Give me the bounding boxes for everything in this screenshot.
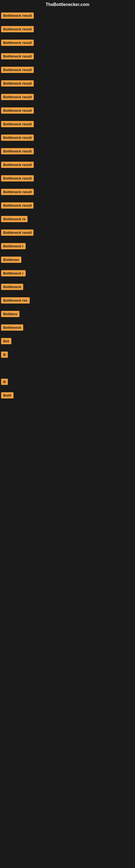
site-title: TheBottlenecker.com [0,0,135,9]
list-item[interactable]: Bottleneck result [0,226,135,239]
list-item[interactable] [0,429,135,443]
list-item[interactable] [0,361,135,375]
bottleneck-badge: Bottleneck result [1,162,34,168]
list-item[interactable] [0,402,135,415]
bottleneck-badge: Bottleneck result [1,53,34,59]
bottleneck-badge: Bottleneck res [1,297,30,304]
list-item[interactable]: Bottleneck result [0,90,135,104]
list-item[interactable]: Bottleneck result [0,36,135,50]
bottleneck-badge: Bottleneck result [1,26,34,32]
list-item[interactable]: Bottleneck result [0,158,135,172]
list-item[interactable]: Bottleneck result [0,22,135,36]
bottleneck-badge: Bottleneck result [1,148,34,154]
list-item[interactable]: Bottleneck r [0,239,135,253]
bottleneck-badge: Bottleneck r [1,270,26,276]
bottleneck-badge: Bottleneck result [1,189,34,195]
bottleneck-badge: Bottleneck re [1,216,28,222]
bottleneck-badge: B [1,379,8,385]
list-item[interactable] [0,470,135,484]
bottleneck-badge: Bottleneck [1,324,23,331]
list-item[interactable]: Bottleneck result [0,131,135,144]
list-item[interactable] [0,443,135,456]
bottleneck-badge: B [1,351,8,358]
bottleneck-badge: Bottleneck result [1,107,34,114]
list-item[interactable]: Bottlenec [0,253,135,267]
list-item[interactable]: Bottleneck re [0,212,135,226]
bottleneck-badge: Bottl [1,392,13,399]
list-item[interactable] [0,484,135,497]
list-item[interactable]: Bottleneck res [0,293,135,307]
list-item[interactable]: Bottleneck result [0,50,135,63]
list-item[interactable]: B [0,375,135,389]
list-item[interactable]: Bottleneck result [0,198,135,212]
list-item[interactable]: Bottlens [0,307,135,321]
bottleneck-badge: Bottleneck [1,284,23,290]
bottleneck-badge: Bottlenec [1,257,21,263]
bottleneck-badge: Bottleneck result [1,12,34,19]
list-item[interactable] [0,456,135,470]
site-header: TheBottlenecker.com [0,0,135,9]
bottleneck-badge: Bottleneck result [1,40,34,46]
bottleneck-badge: Bottleneck result [1,229,34,236]
list-item[interactable] [0,415,135,429]
list-item[interactable]: Bottleneck [0,321,135,334]
list-item[interactable]: Bottleneck result [0,185,135,198]
bottleneck-list: Bottleneck resultBottleneck resultBottle… [0,9,135,497]
list-item[interactable]: Bot [0,334,135,348]
bottleneck-badge: Bottleneck result [1,134,34,141]
bottleneck-badge: Bottleneck result [1,94,34,100]
bottleneck-badge: Bottleneck result [1,80,34,87]
list-item[interactable]: Bottl [0,389,135,402]
bottleneck-badge: Bottlens [1,311,19,317]
list-item[interactable]: Bottleneck result [0,117,135,131]
bottleneck-badge: Bottleneck result [1,203,34,209]
bottleneck-badge: Bottleneck r [1,243,26,249]
list-item[interactable]: Bottleneck r [0,267,135,280]
bottleneck-badge: Bottleneck result [1,175,34,182]
list-item[interactable]: B [0,348,135,361]
list-item[interactable]: Bottleneck result [0,76,135,90]
list-item[interactable]: Bottleneck result [0,172,135,185]
bottleneck-badge: Bot [1,338,11,344]
list-item[interactable]: Bottleneck result [0,144,135,158]
list-item[interactable]: Bottleneck [0,280,135,293]
list-item[interactable]: Bottleneck result [0,63,135,76]
bottleneck-badge: Bottleneck result [1,67,34,73]
list-item[interactable]: Bottleneck result [0,104,135,117]
list-item[interactable]: Bottleneck result [0,9,135,22]
bottleneck-badge: Bottleneck result [1,121,34,127]
